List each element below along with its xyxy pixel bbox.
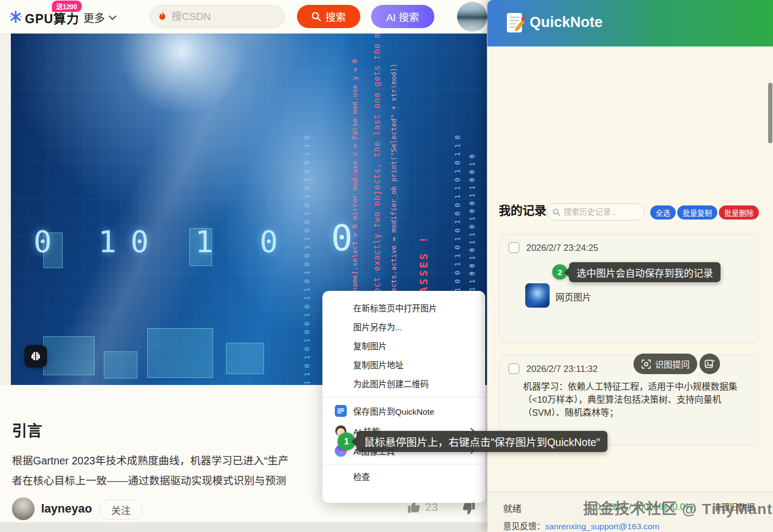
article-heading: 引言: [12, 419, 42, 441]
menu-item-open-image-new-tab[interactable]: 在新标签页中打开图片: [322, 299, 485, 318]
panel-status-bar: 就绪 0.02MB / 2000MB (0.0%) 清理旧数据 意见反馈：san…: [487, 491, 773, 532]
follow-button[interactable]: 关注: [100, 500, 142, 520]
promo-badge: 送1200: [52, 1, 82, 12]
records-search-box[interactable]: [546, 203, 644, 221]
menu-item-save-to-quicknote[interactable]: 保存图片到QuickNote: [322, 401, 485, 421]
record-checkbox[interactable]: [508, 363, 519, 374]
flame-icon: [158, 11, 167, 22]
quicknote-logo-icon: [506, 12, 525, 35]
author-avatar[interactable]: [12, 497, 35, 520]
ai-search-button-label: AI 搜索: [386, 9, 419, 24]
feedback-label: 意见反馈：: [503, 522, 545, 531]
hero-block: [226, 343, 264, 374]
panel-scrollbar-thumb[interactable]: [768, 83, 772, 143]
menu-item-create-qr-code[interactable]: 为此图片创建二维码: [322, 375, 485, 394]
record-timestamp: 2026/2/7 23:24:25: [526, 243, 598, 253]
menu-item-label: 保存图片到QuickNote: [353, 405, 434, 417]
hero-block: [147, 328, 213, 378]
gpu-logo-icon: [9, 10, 23, 24]
image-question-button[interactable]: 识图提问: [633, 354, 697, 374]
menu-item-copy-image[interactable]: 复制图片: [322, 337, 485, 356]
user-avatar[interactable]: [457, 2, 487, 32]
search-icon: [552, 208, 560, 216]
thumbs-down-icon: [461, 501, 476, 516]
ai-image-hover-button[interactable]: [24, 345, 47, 368]
dislike-button[interactable]: [461, 501, 476, 516]
guide-step-2-tooltip: 选中图片会自动保存到我的记录: [569, 262, 721, 282]
record-text: 机器学习：依赖人工特征工程，适用于中小规模数据集（<10万样本），典型算法包括决…: [523, 381, 748, 420]
status-ready: 就绪: [503, 501, 521, 515]
hero-block: [104, 351, 137, 378]
menu-item-copy-image-address[interactable]: 复制图片地址: [322, 356, 485, 375]
select-all-button[interactable]: 全选: [650, 205, 676, 220]
author-name[interactable]: layneyao: [41, 502, 92, 516]
record-image-label: 网页图片: [556, 290, 591, 303]
hero-binary-text: 1 1 0 1 0 1 0 0 1 0 1 1 0 1 0 0 1 1 0 0 …: [303, 34, 311, 385]
menu-separator: [322, 464, 485, 464]
search-icon: [311, 11, 321, 22]
image-sparkle-icon: [704, 358, 715, 369]
site-search-box[interactable]: [150, 5, 285, 28]
guide-step-2-text: 选中图片会自动保存到我的记录: [577, 265, 713, 280]
search-button-label: 搜索: [325, 9, 346, 24]
hero-block: [43, 336, 95, 375]
menu-separator: [322, 397, 485, 397]
article-paragraph: 者在核心目标上一致——通过数据驱动实现模式识别与预测: [12, 472, 325, 488]
ai-search-button[interactable]: AI 搜索: [371, 5, 434, 28]
records-search-input[interactable]: [564, 208, 638, 216]
hero-big-zero: 0: [331, 217, 353, 259]
article-paragraph: 根据Gartner 2023年技术成熟度曲线，机器学习已进入“生产: [12, 452, 325, 468]
my-records-heading: 我的记录: [499, 201, 546, 218]
follow-button-label: 关注: [111, 503, 131, 517]
record-checkbox[interactable]: [508, 242, 519, 253]
menu-item-save-image-as[interactable]: 图片另存为...: [322, 318, 485, 337]
feedback-row: 意见反馈：sanrenxing_support@163.com: [503, 520, 659, 531]
feedback-email-link[interactable]: sanrenxing_support@163.com: [545, 522, 659, 531]
record-timestamp: 2026/2/7 23:11:32: [526, 364, 598, 374]
clean-old-data-link[interactable]: 清理旧数据: [713, 501, 755, 513]
hero-big-digits: 0 10 1 0: [34, 224, 292, 259]
image-question-label: 识图提问: [655, 357, 690, 370]
quicknote-note-icon: [334, 404, 347, 417]
menu-item-inspect[interactable]: 检查: [322, 468, 485, 487]
more-menu[interactable]: 更多: [83, 10, 105, 25]
record-image-thumbnail[interactable]: [525, 283, 550, 308]
page-background-strip: [0, 522, 487, 532]
scan-image-icon: [641, 359, 651, 369]
guide-step-1-text: 鼠标悬停图片上，右键点击"保存图片到QuickNote": [364, 434, 600, 449]
quicknote-title: QuickNote: [530, 14, 603, 31]
screen: GPU算力 送1200 更多 搜索 AI 搜索: [0, 0, 773, 532]
brain-icon: [30, 351, 42, 362]
storage-usage: 0.02MB / 2000MB (0.0%): [596, 502, 696, 512]
chevron-down-icon: [109, 12, 116, 20]
record-card: 2026/2/7 23:24:25 网页图片: [499, 234, 759, 343]
quicknote-header: QuickNote: [487, 0, 773, 46]
search-button[interactable]: 搜索: [297, 5, 360, 28]
context-menu: 在新标签页中打开图片 图片另存为... 复制图片 复制图片地址 为此图片创建二维…: [322, 291, 485, 503]
batch-delete-button[interactable]: 批量删除: [719, 205, 759, 220]
guide-step-1-tooltip: 鼠标悬停图片上，右键点击"保存图片到QuickNote": [356, 431, 607, 452]
site-header: GPU算力 送1200 更多 搜索 AI 搜索: [0, 0, 487, 34]
extract-image-button[interactable]: [699, 354, 720, 374]
batch-copy-button[interactable]: 批量复制: [677, 205, 717, 220]
site-search-input[interactable]: [171, 11, 304, 23]
